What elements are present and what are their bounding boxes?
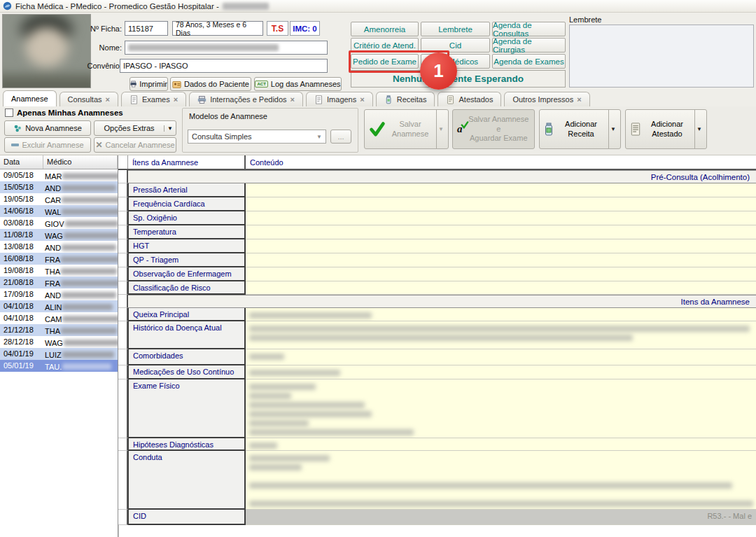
- history-date: 21/12/18: [0, 324, 43, 336]
- redacted-text-line: [249, 354, 284, 360]
- tab-close-icon[interactable]: ×: [577, 96, 581, 104]
- history-row[interactable]: 16/08/18FRA: [0, 253, 118, 265]
- doctor-name-redacted: [61, 328, 117, 334]
- item-content-cell[interactable]: [246, 197, 756, 211]
- history-row[interactable]: 17/09/18AND: [0, 288, 118, 300]
- log-anamneses-button[interactable]: ACT Log das Anamneses: [254, 77, 342, 91]
- item-label: CID: [128, 510, 246, 525]
- doc-icon: [446, 95, 455, 104]
- waiting-status-text: Nenhum Paciente Esperando: [393, 74, 524, 84]
- history-row[interactable]: 03/08/18GIOV: [0, 217, 118, 229]
- item-content-cell[interactable]: [246, 451, 756, 510]
- history-row[interactable]: 19/08/18THA: [0, 265, 118, 277]
- item-content-cell[interactable]: [246, 183, 756, 197]
- tab-close-icon[interactable]: ×: [106, 96, 110, 104]
- cid-value[interactable]: R53.- - Mal e: [246, 510, 756, 525]
- redacted-text-line: [249, 482, 732, 489]
- add-recipe-dropdown-arrow[interactable]: ▼: [608, 110, 617, 148]
- history-row[interactable]: 09/05/18MAR: [0, 169, 118, 181]
- item-content-cell[interactable]: [246, 239, 756, 253]
- history-row[interactable]: 14/06/18WAL: [0, 205, 118, 217]
- print-button[interactable]: Imprimir: [130, 77, 168, 91]
- save-dropdown-arrow[interactable]: ▼: [436, 110, 445, 148]
- item-content-cell[interactable]: [246, 349, 756, 365]
- tab-anamnese[interactable]: Anamnese: [3, 90, 57, 106]
- history-col-data[interactable]: Data: [0, 155, 43, 169]
- tab-interna-es-e-pedidos[interactable]: Internações e Pedidos×: [189, 92, 303, 106]
- delete-anamnese-button[interactable]: Excluir Anamnese: [4, 137, 91, 153]
- add-certificate-button[interactable]: AdicionarAtestado ▼: [625, 109, 707, 149]
- history-row[interactable]: 13/08/18AND: [0, 241, 118, 253]
- anamnese-grid-header: Ítens da Anamnese Conteúdo: [118, 155, 756, 170]
- item-content-cell[interactable]: [246, 225, 756, 239]
- tab-close-icon[interactable]: ×: [360, 96, 364, 104]
- doctor-name-redacted: [62, 244, 116, 251]
- record-number-input[interactable]: 115187: [125, 21, 168, 36]
- quick-button-lembrete[interactable]: Lembrete: [421, 22, 490, 36]
- item-content-cell[interactable]: [246, 267, 756, 281]
- insurance-input[interactable]: IPASGO - IPASGO: [120, 59, 328, 73]
- name-input[interactable]: [125, 41, 328, 55]
- row-gutter: [118, 170, 128, 183]
- item-content-cell[interactable]: [246, 321, 756, 349]
- content-column-header: Conteúdo: [246, 155, 756, 169]
- tab-receitas[interactable]: Receitas: [376, 92, 435, 106]
- save-anamnese-button[interactable]: SalvarAnamnese ▼: [364, 109, 449, 149]
- history-row[interactable]: 11/08/18WAG: [0, 229, 118, 241]
- history-row[interactable]: 15/05/18AND: [0, 181, 118, 193]
- tab-close-icon[interactable]: ×: [174, 96, 178, 104]
- history-row[interactable]: 21/08/18FRA: [0, 277, 118, 288]
- history-row[interactable]: 04/10/18ALIN: [0, 300, 118, 312]
- item-content-cell[interactable]: [246, 281, 756, 295]
- model-select[interactable]: Consulta Simples ▼: [188, 130, 326, 144]
- patient-data-button[interactable]: Dados do Paciente: [170, 77, 251, 91]
- anamnese-item-row: Hipóteses Diagnósticas: [118, 438, 756, 451]
- page-icon: [130, 95, 139, 104]
- model-more-button[interactable]: ...: [330, 130, 351, 144]
- anamnese-item-row: Observação de Enfermagem: [118, 267, 756, 281]
- doctor-name-prefix: GIOV: [45, 220, 64, 228]
- history-row[interactable]: 21/12/18THA: [0, 324, 118, 336]
- quick-button-agenda-de-cirurgias[interactable]: Agenda de Cirurgias: [492, 38, 566, 53]
- tab-atestados[interactable]: Atestados: [438, 92, 501, 106]
- doctor-name-prefix: THA: [45, 267, 60, 276]
- extra-options-button[interactable]: Opções Extras ▼: [94, 120, 176, 136]
- only-my-anamneses-checkbox[interactable]: [5, 109, 13, 117]
- tab-consultas[interactable]: Consultas×: [59, 92, 118, 106]
- row-gutter: [118, 438, 128, 451]
- items-column-header: Ítens da Anamnese: [128, 155, 246, 169]
- quick-button-agenda-de-consultas[interactable]: Agenda de Consultas: [492, 22, 566, 36]
- tab-outros-impressos[interactable]: Outros Impressos×: [504, 92, 589, 106]
- item-content-cell[interactable]: [246, 379, 756, 438]
- cancel-anamnese-button[interactable]: ✕ Cancelar Anamnese: [94, 137, 176, 153]
- item-content-cell[interactable]: [246, 438, 756, 451]
- new-anamnese-button[interactable]: Nova Anamnese: [4, 120, 91, 136]
- history-row[interactable]: 04/01/19LUIZ: [0, 348, 118, 360]
- save-and-wait-exam-button[interactable]: a Salvar Anamnese eAguardar Exame: [452, 109, 535, 149]
- tab-close-icon[interactable]: ×: [290, 96, 295, 104]
- quick-button-amenorreia[interactable]: Amenorreia: [351, 22, 419, 36]
- add-recipe-button[interactable]: AdicionarReceita ▼: [539, 109, 621, 149]
- history-date: 28/12/18: [0, 336, 43, 348]
- item-content-cell[interactable]: [246, 253, 756, 267]
- item-content-cell[interactable]: [246, 365, 756, 379]
- doctor-name-prefix: AND: [45, 184, 61, 193]
- history-row[interactable]: 05/01/19TAU.: [0, 360, 118, 372]
- anamnese-item-row: Histórico da Doença Atual: [118, 321, 756, 349]
- quick-button-agenda-de-exames[interactable]: Agenda de Exames: [492, 54, 566, 69]
- tab-imagens[interactable]: Imagens×: [306, 92, 373, 106]
- history-row[interactable]: 04/10/18CAM: [0, 312, 118, 324]
- tab-exames[interactable]: Exames×: [121, 92, 186, 106]
- history-row[interactable]: 28/12/18WAG: [0, 336, 118, 348]
- tab-label: Receitas: [397, 95, 427, 104]
- doctor-name-redacted: [62, 363, 111, 370]
- history-row[interactable]: 19/05/18CAR: [0, 193, 118, 205]
- item-label: Queixa Principal: [128, 308, 246, 321]
- add-certificate-dropdown-arrow[interactable]: ▼: [694, 110, 704, 148]
- redacted-text-line: [249, 393, 291, 399]
- item-content-cell[interactable]: [246, 308, 756, 321]
- doctor-name-redacted: [62, 173, 118, 179]
- history-col-medico[interactable]: Médico: [43, 155, 118, 169]
- section-header-title: Pré-Consulta (Acolhimento): [128, 170, 756, 183]
- item-content-cell[interactable]: [246, 211, 756, 225]
